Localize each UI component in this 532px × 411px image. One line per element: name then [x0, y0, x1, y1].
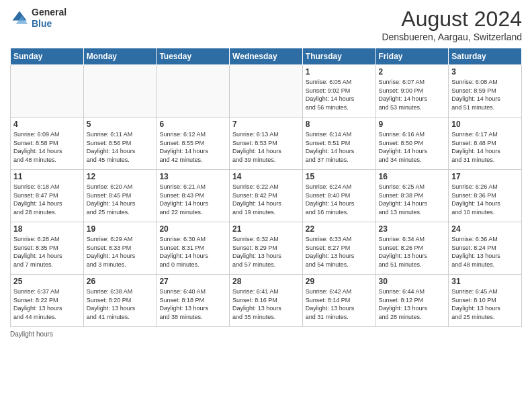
header-saturday: Saturday [449, 48, 522, 65]
footer-text: Daylight hours [10, 330, 53, 338]
day-info: Sunrise: 6:16 AMSunset: 8:50 PMDaylight:… [379, 130, 446, 164]
day-info: Sunrise: 6:45 AMSunset: 8:10 PMDaylight:… [451, 287, 519, 321]
day-cell: 16Sunrise: 6:25 AMSunset: 8:38 PMDayligh… [375, 170, 449, 222]
header-monday: Monday [83, 48, 157, 65]
day-info: Sunrise: 6:25 AMSunset: 8:38 PMDaylight:… [379, 183, 446, 216]
day-info: Sunrise: 6:32 AMSunset: 8:29 PMDaylight:… [232, 235, 300, 269]
day-info: Sunrise: 6:14 AMSunset: 8:51 PMDaylight:… [306, 130, 373, 164]
day-cell: 21Sunrise: 6:32 AMSunset: 8:29 PMDayligh… [230, 222, 303, 275]
day-cell: 7Sunrise: 6:13 AMSunset: 8:53 PMDaylight… [230, 118, 303, 170]
day-info: Sunrise: 6:44 AMSunset: 8:12 PMDaylight:… [379, 287, 446, 321]
day-info: Sunrise: 6:05 AMSunset: 9:02 PMDaylight:… [306, 78, 373, 111]
day-number: 30 [379, 277, 446, 286]
day-info: Sunrise: 6:13 AMSunset: 8:53 PMDaylight:… [232, 130, 300, 164]
day-number: 18 [13, 224, 81, 234]
logo-icon [10, 9, 29, 28]
header-tuesday: Tuesday [157, 48, 230, 65]
day-number: 19 [87, 224, 154, 234]
day-cell: 30Sunrise: 6:44 AMSunset: 8:12 PMDayligh… [375, 275, 449, 327]
day-cell [11, 65, 84, 118]
day-number: 13 [159, 172, 226, 181]
day-cell: 6Sunrise: 6:12 AMSunset: 8:55 PMDaylight… [157, 118, 230, 170]
header-wednesday: Wednesday [230, 48, 303, 65]
logo-text: General Blue [32, 7, 66, 30]
day-cell: 10Sunrise: 6:17 AMSunset: 8:48 PMDayligh… [449, 118, 522, 170]
day-info: Sunrise: 6:21 AMSunset: 8:43 PMDaylight:… [159, 183, 226, 216]
day-number: 8 [306, 120, 373, 129]
day-number: 7 [232, 120, 300, 129]
day-cell: 1Sunrise: 6:05 AMSunset: 9:02 PMDaylight… [302, 65, 375, 118]
day-cell: 12Sunrise: 6:20 AMSunset: 8:45 PMDayligh… [83, 170, 157, 222]
day-cell: 5Sunrise: 6:11 AMSunset: 8:56 PMDaylight… [83, 118, 157, 170]
day-cell: 13Sunrise: 6:21 AMSunset: 8:43 PMDayligh… [157, 170, 230, 222]
day-number: 20 [159, 224, 226, 234]
day-info: Sunrise: 6:38 AMSunset: 8:20 PMDaylight:… [87, 287, 154, 321]
day-cell: 19Sunrise: 6:29 AMSunset: 8:33 PMDayligh… [83, 222, 157, 275]
week-row-4: 18Sunrise: 6:28 AMSunset: 8:35 PMDayligh… [11, 222, 522, 275]
day-cell: 9Sunrise: 6:16 AMSunset: 8:50 PMDaylight… [375, 118, 449, 170]
day-number: 14 [232, 172, 300, 181]
day-info: Sunrise: 6:40 AMSunset: 8:18 PMDaylight:… [159, 287, 226, 321]
day-cell: 17Sunrise: 6:26 AMSunset: 8:36 PMDayligh… [449, 170, 522, 222]
footer: Daylight hours [10, 330, 522, 338]
title-block: August 2024 Densbueren, Aargau, Switzerl… [382, 7, 522, 42]
day-info: Sunrise: 6:30 AMSunset: 8:31 PMDaylight:… [159, 235, 226, 269]
day-cell: 4Sunrise: 6:09 AMSunset: 8:58 PMDaylight… [11, 118, 84, 170]
day-number: 24 [451, 224, 519, 234]
day-info: Sunrise: 6:20 AMSunset: 8:45 PMDaylight:… [87, 183, 154, 216]
day-number: 3 [451, 67, 519, 77]
day-number: 16 [379, 172, 446, 181]
header-sunday: Sunday [11, 48, 84, 65]
day-number: 26 [87, 277, 154, 286]
day-cell: 18Sunrise: 6:28 AMSunset: 8:35 PMDayligh… [11, 222, 84, 275]
day-cell: 3Sunrise: 6:08 AMSunset: 8:59 PMDaylight… [449, 65, 522, 118]
day-number: 2 [379, 67, 446, 77]
day-number: 5 [87, 120, 154, 129]
day-info: Sunrise: 6:34 AMSunset: 8:26 PMDaylight:… [379, 235, 446, 269]
day-number: 23 [379, 224, 446, 234]
page: General Blue August 2024 Densbueren, Aar… [0, 0, 532, 411]
location: Densbueren, Aargau, Switzerland [382, 32, 522, 42]
day-number: 21 [232, 224, 300, 234]
header-thursday: Thursday [302, 48, 375, 65]
week-row-3: 11Sunrise: 6:18 AMSunset: 8:47 PMDayligh… [11, 170, 522, 222]
day-cell [230, 65, 303, 118]
day-info: Sunrise: 6:41 AMSunset: 8:16 PMDaylight:… [232, 287, 300, 321]
day-info: Sunrise: 6:42 AMSunset: 8:14 PMDaylight:… [306, 287, 373, 321]
day-info: Sunrise: 6:09 AMSunset: 8:58 PMDaylight:… [13, 130, 81, 164]
day-cell: 2Sunrise: 6:07 AMSunset: 9:00 PMDaylight… [375, 65, 449, 118]
calendar: SundayMondayTuesdayWednesdayThursdayFrid… [10, 48, 522, 327]
logo-blue: Blue [32, 18, 52, 29]
day-cell: 14Sunrise: 6:22 AMSunset: 8:42 PMDayligh… [230, 170, 303, 222]
day-cell: 8Sunrise: 6:14 AMSunset: 8:51 PMDaylight… [302, 118, 375, 170]
day-number: 25 [13, 277, 81, 286]
day-info: Sunrise: 6:07 AMSunset: 9:00 PMDaylight:… [379, 78, 446, 111]
day-cell [83, 65, 157, 118]
day-cell: 28Sunrise: 6:41 AMSunset: 8:16 PMDayligh… [230, 275, 303, 327]
day-number: 29 [306, 277, 373, 286]
day-number: 27 [159, 277, 226, 286]
day-cell: 25Sunrise: 6:37 AMSunset: 8:22 PMDayligh… [11, 275, 84, 327]
day-number: 28 [232, 277, 300, 286]
day-cell: 22Sunrise: 6:33 AMSunset: 8:27 PMDayligh… [302, 222, 375, 275]
day-cell: 20Sunrise: 6:30 AMSunset: 8:31 PMDayligh… [157, 222, 230, 275]
day-cell: 31Sunrise: 6:45 AMSunset: 8:10 PMDayligh… [449, 275, 522, 327]
logo-general: General [32, 7, 66, 17]
week-row-2: 4Sunrise: 6:09 AMSunset: 8:58 PMDaylight… [11, 118, 522, 170]
header-friday: Friday [375, 48, 449, 65]
week-row-1: 1Sunrise: 6:05 AMSunset: 9:02 PMDaylight… [11, 65, 522, 118]
month-title: August 2024 [382, 7, 522, 32]
day-info: Sunrise: 6:11 AMSunset: 8:56 PMDaylight:… [87, 130, 154, 164]
day-number: 11 [13, 172, 81, 181]
day-cell: 26Sunrise: 6:38 AMSunset: 8:20 PMDayligh… [83, 275, 157, 327]
day-cell: 23Sunrise: 6:34 AMSunset: 8:26 PMDayligh… [375, 222, 449, 275]
day-cell: 29Sunrise: 6:42 AMSunset: 8:14 PMDayligh… [302, 275, 375, 327]
day-number: 22 [306, 224, 373, 234]
day-info: Sunrise: 6:17 AMSunset: 8:48 PMDaylight:… [451, 130, 519, 164]
day-number: 4 [13, 120, 81, 129]
day-cell: 11Sunrise: 6:18 AMSunset: 8:47 PMDayligh… [11, 170, 84, 222]
day-number: 17 [451, 172, 519, 181]
day-number: 9 [379, 120, 446, 129]
day-number: 12 [87, 172, 154, 181]
header: General Blue August 2024 Densbueren, Aar… [10, 7, 522, 42]
